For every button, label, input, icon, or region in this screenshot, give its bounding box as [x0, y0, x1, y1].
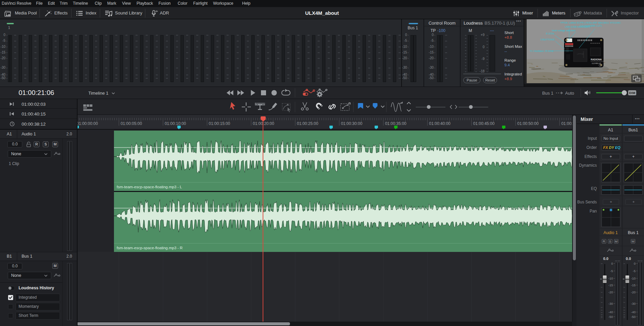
- svg-text:FPGA: Lattice ECP5 LFE5U-85F 6: FPGA: Lattice ECP5 LFE5U-85F 6BG381C 4TG…: [561, 21, 621, 24]
- svg-text:8 LEDs: 8 LEDs: [546, 32, 554, 35]
- svg-text:Y1 Oscillator 25 MHz: Y1 Oscillator 25 MHz: [530, 50, 554, 53]
- svg-text:USB (USB bootloader): USB (USB bootloader): [565, 25, 590, 28]
- svg-text:LATTICE: LATTICE: [577, 53, 584, 55]
- svg-text:RADIONA: RADIONA: [591, 58, 602, 61]
- svg-text:3 BUTTONS: 3 BUTTONS: [540, 38, 555, 41]
- svg-text:ULX4M-LD: ULX4M-LD: [592, 62, 601, 64]
- svg-text:bank voltage selection: bank voltage selection: [552, 29, 575, 32]
